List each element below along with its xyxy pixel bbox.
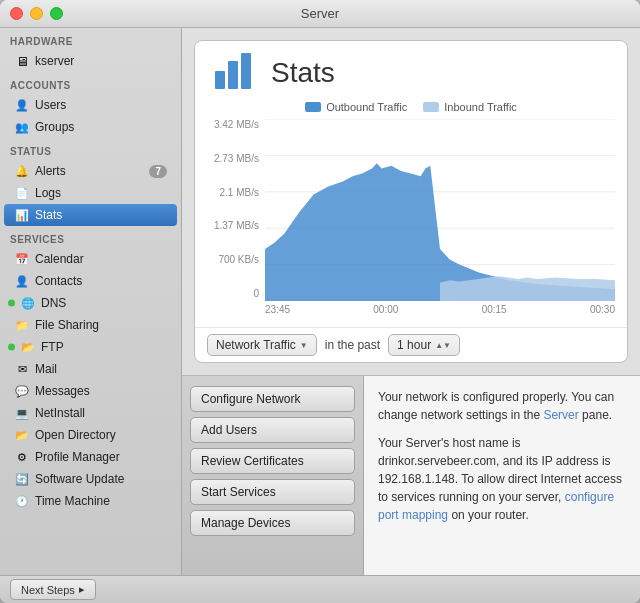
sidebar-item-label: Users (35, 98, 66, 112)
dropdown-label: Network Traffic (216, 338, 296, 352)
stats-panel-wrapper: Stats Outbound Traffic Inbound Traffic (182, 28, 640, 375)
groups-icon: 👥 (14, 119, 30, 135)
x-label-2: 00:00 (373, 304, 398, 319)
sidebar-item-label: kserver (35, 54, 74, 68)
start-services-button[interactable]: Start Services (190, 479, 355, 505)
sidebar-item-label: Open Directory (35, 428, 116, 442)
opendirectory-icon: 📂 (14, 427, 30, 443)
dns-icon: 🌐 (20, 295, 36, 311)
sidebar-item-messages[interactable]: 💬 Messages (4, 380, 177, 402)
sidebar-item-mail[interactable]: ✉ Mail (4, 358, 177, 380)
active-dot (8, 344, 15, 351)
time-period-dropdown[interactable]: 1 hour ▲▼ (388, 334, 460, 356)
sidebar-item-opendirectory[interactable]: 📂 Open Directory (4, 424, 177, 446)
section-accounts: ACCOUNTS (0, 72, 181, 94)
sidebar-item-kserver[interactable]: 🖥 kserver (4, 50, 177, 72)
sidebar-item-logs[interactable]: 📄 Logs (4, 182, 177, 204)
sidebar-item-label: Alerts (35, 164, 66, 178)
mail-icon: ✉ (14, 361, 30, 377)
sidebar-item-calendar[interactable]: 📅 Calendar (4, 248, 177, 270)
sidebar-item-netinstall[interactable]: 💻 NetInstall (4, 402, 177, 424)
time-period-label: 1 hour (397, 338, 431, 352)
content-area: HARDWARE 🖥 kserver ACCOUNTS 👤 Users 👥 Gr… (0, 28, 640, 575)
in-past-label: in the past (325, 338, 380, 352)
sidebar-item-label: Groups (35, 120, 74, 134)
y-label-2: 2.73 MB/s (214, 153, 259, 164)
manage-devices-button[interactable]: Manage Devices (190, 510, 355, 536)
sidebar-item-users[interactable]: 👤 Users (4, 94, 177, 116)
sidebar: HARDWARE 🖥 kserver ACCOUNTS 👤 Users 👥 Gr… (0, 28, 182, 575)
y-label-3: 2.1 MB/s (220, 187, 259, 198)
maximize-button[interactable] (50, 7, 63, 20)
chart-legend: Outbound Traffic Inbound Traffic (207, 101, 615, 113)
active-dot (8, 300, 15, 307)
sidebar-item-dns[interactable]: 🌐 DNS (4, 292, 177, 314)
window-title: Server (301, 6, 339, 21)
alerts-badge: 7 (149, 165, 167, 178)
sidebar-item-contacts[interactable]: 👤 Contacts (4, 270, 177, 292)
x-axis: 23:45 00:00 00:15 00:30 (265, 301, 615, 319)
window-controls (10, 7, 63, 20)
minimize-button[interactable] (30, 7, 43, 20)
info-panel: Your network is configured properly. You… (364, 376, 640, 575)
chart-wrapper: 3.42 MB/s 2.73 MB/s 2.1 MB/s 1.37 MB/s 7… (207, 119, 615, 319)
server-link[interactable]: Server (543, 408, 578, 422)
stats-title: Stats (271, 57, 335, 89)
stats-bar-chart-icon (211, 53, 259, 93)
users-icon: 👤 (14, 97, 30, 113)
next-steps-label: Next Steps (21, 584, 75, 596)
info-paragraph-2: Your Server's host name is drinkor.serve… (378, 434, 626, 524)
review-certificates-button[interactable]: Review Certificates (190, 448, 355, 474)
main-bottom: Configure Network Add Users Review Certi… (182, 375, 640, 575)
network-traffic-dropdown[interactable]: Network Traffic ▼ (207, 334, 317, 356)
x-label-1: 23:45 (265, 304, 290, 319)
sidebar-item-label: Messages (35, 384, 90, 398)
logs-icon: 📄 (14, 185, 30, 201)
sidebar-item-label: Mail (35, 362, 57, 376)
sidebar-item-stats[interactable]: 📊 Stats (4, 204, 177, 226)
softwareupdate-icon: 🔄 (14, 471, 30, 487)
footer: Next Steps ▸ (0, 575, 640, 603)
main-content: Stats Outbound Traffic Inbound Traffic (182, 28, 640, 575)
titlebar: Server (0, 0, 640, 28)
monitor-icon: 🖥 (14, 53, 30, 69)
y-label-5: 700 KB/s (218, 254, 259, 265)
chart-area: Outbound Traffic Inbound Traffic 3.42 MB… (195, 101, 627, 327)
sidebar-item-filesharing[interactable]: 📁 File Sharing (4, 314, 177, 336)
chart-body: 23:45 00:00 00:15 00:30 (265, 119, 615, 319)
sidebar-item-timemachine[interactable]: 🕐 Time Machine (4, 490, 177, 512)
configure-network-button[interactable]: Configure Network (190, 386, 355, 412)
svg-rect-0 (215, 71, 225, 89)
sidebar-item-profilemanager[interactable]: ⚙ Profile Manager (4, 446, 177, 468)
legend-outbound-label: Outbound Traffic (326, 101, 407, 113)
alerts-icon: 🔔 (14, 163, 30, 179)
y-label-6: 0 (253, 288, 259, 299)
sidebar-item-label: Logs (35, 186, 61, 200)
section-hardware: HARDWARE (0, 28, 181, 50)
close-button[interactable] (10, 7, 23, 20)
dropdown-arrow-icon: ▼ (300, 341, 308, 350)
info-paragraph-1: Your network is configured properly. You… (378, 388, 626, 424)
calendar-icon: 📅 (14, 251, 30, 267)
sidebar-item-label: FTP (41, 340, 64, 354)
sidebar-item-ftp[interactable]: 📂 FTP (4, 336, 177, 358)
sidebar-item-label: Software Update (35, 472, 124, 486)
y-axis: 3.42 MB/s 2.73 MB/s 2.1 MB/s 1.37 MB/s 7… (207, 119, 259, 319)
sidebar-item-label: File Sharing (35, 318, 99, 332)
sidebar-item-label: Time Machine (35, 494, 110, 508)
stats-panel: Stats Outbound Traffic Inbound Traffic (194, 40, 628, 363)
sidebar-item-groups[interactable]: 👥 Groups (4, 116, 177, 138)
chart-controls: Network Traffic ▼ in the past 1 hour ▲▼ (195, 327, 627, 362)
add-users-button[interactable]: Add Users (190, 417, 355, 443)
time-period-arrow-icon: ▲▼ (435, 341, 451, 350)
sidebar-item-label: Contacts (35, 274, 82, 288)
svg-rect-2 (241, 53, 251, 89)
sidebar-item-softwareupdate[interactable]: 🔄 Software Update (4, 468, 177, 490)
sidebar-item-alerts[interactable]: 🔔 Alerts 7 (4, 160, 177, 182)
chart-svg-area (265, 119, 615, 301)
next-steps-button[interactable]: Next Steps ▸ (10, 579, 96, 600)
next-steps-arrow-icon: ▸ (79, 583, 85, 596)
port-mapping-link[interactable]: configure port mapping (378, 490, 614, 522)
messages-icon: 💬 (14, 383, 30, 399)
legend-inbound: Inbound Traffic (423, 101, 517, 113)
